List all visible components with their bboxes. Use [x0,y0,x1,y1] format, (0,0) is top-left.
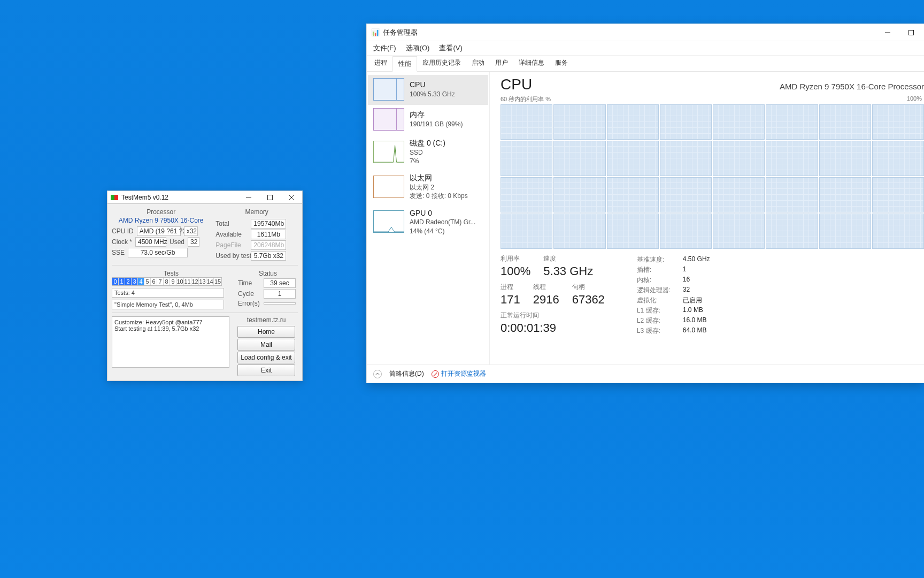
proc-value: 171 [500,293,520,307]
resource-monitor-link[interactable]: 打开资源监视器 [432,369,486,378]
tab-item[interactable]: 应用历史记录 [417,56,466,71]
sidebar-item-disk[interactable]: 磁盘 0 (C:) SSD 7% [368,135,488,170]
speed-value: 5.33 GHz [543,264,593,278]
cpu-core-cell [819,141,871,176]
spec-value: 4.50 GHz [683,255,710,264]
task-manager-titlebar[interactable]: 📊 任务管理器 [367,24,924,41]
task-manager-footer: 简略信息(D) 打开资源监视器 [367,364,924,383]
testmem5-body: Processor AMD Ryzen 9 7950X 16-Core CPU … [107,204,302,381]
cpu-name: AMD Ryzen 9 7950X 16-Core [112,217,210,224]
spec-row: 逻辑处理器:32 [637,286,710,295]
tests-line1: Tests: 4 [112,288,224,298]
errors-label: Error(s) [238,300,259,307]
tab-item[interactable]: 服务 [550,56,573,71]
errors-value [264,302,296,305]
cpuid-label: CPU ID [112,227,134,235]
minimize-button[interactable] [238,191,259,204]
cycle-label: Cycle [238,290,259,298]
maximize-button[interactable] [259,191,281,204]
homepage-url: testmem.tz.ru [235,316,298,324]
mem-avail-label: Available [215,231,248,238]
no-entry-icon [432,370,439,378]
load-config-button[interactable]: Load config & exit [237,352,295,363]
spec-key: 逻辑处理器: [637,286,673,295]
cpu-core-cell [607,177,659,212]
menu-item[interactable]: 选项(O) [406,43,430,53]
tab-item[interactable]: 用户 [490,56,513,71]
menu-item[interactable]: 查看(V) [439,43,462,53]
sidebar-gpu-sub1: AMD Radeon(TM) Gr... [410,218,475,226]
spec-value: 32 [683,286,690,295]
spec-row: L2 缓存:16.0 MB [637,316,710,325]
clock-label: Clock * [112,238,132,246]
tab-item[interactable]: 性能 [392,56,417,72]
mem-usedtest-label: Used by test [215,252,248,260]
cpu-thumb [373,78,404,101]
cpu-core-cell [766,214,818,249]
cpu-core-cell [500,214,552,249]
cpu-core-cell [819,214,871,249]
test-cell: 8 [164,278,170,285]
resmon-label: 打开资源监视器 [441,369,486,378]
cpu-core-cell [713,214,765,249]
tab-item[interactable]: 启动 [466,56,490,71]
spec-key: 基准速度: [637,255,673,264]
simple-view-link[interactable]: 简略信息(D) [389,369,424,378]
cpu-core-cell [819,104,871,140]
maximize-button[interactable] [899,24,923,41]
mem-avail-value: 1611Mb [251,230,286,239]
sidebar-item-gpu[interactable]: GPU 0 AMD Radeon(TM) Gr... 14% (44 °C) [368,205,488,240]
cpu-core-cell [660,104,712,140]
sse-value: 73.0 sec/Gb [128,248,188,257]
cpu-core-grid[interactable] [500,104,924,249]
minimize-button[interactable] [876,24,899,41]
test-cell: 4 [138,278,144,285]
tab-item[interactable]: 进程 [369,56,392,71]
cpu-core-cell [660,214,712,249]
cpu-core-cell [766,141,818,176]
menu-item[interactable]: 文件(F) [373,43,396,53]
mail-button[interactable]: Mail [237,339,295,351]
spec-value: 16.0 MB [683,316,707,325]
speed-label: 速度 [543,254,593,263]
task-manager-title: 任务管理器 [383,28,876,37]
sidebar-item-ethernet[interactable]: 以太网 以太网 2 发送: 0 接收: 0 Kbps [368,170,488,204]
testmem5-titlebar[interactable]: TestMem5 v0.12 [107,191,302,204]
sidebar-cpu-sub: 100% 5.33 GHz [410,90,455,98]
status-section-label: Status [238,270,298,277]
chevron-up-icon[interactable] [373,370,382,378]
tests-section-label: Tests [112,270,230,277]
exit-button[interactable]: Exit [237,364,295,376]
test-cell: 7 [157,278,164,285]
mem-usedtest-value: 5.7Gb x32 [251,251,286,261]
cpu-core-cell [713,177,765,212]
svg-rect-8 [374,109,404,130]
spec-key: L3 缓存: [637,326,673,336]
menu-bar: 文件(F)选项(O)查看(V) [367,41,924,56]
sidebar-item-cpu[interactable]: CPU 100% 5.33 GHz [368,75,488,105]
home-button[interactable]: Home [237,326,295,338]
sidebar-item-memory[interactable]: 内存 190/191 GB (99%) [368,105,488,135]
graph-right-label: 100% [907,95,922,103]
mem-pagefile-value: 206248Mb [251,240,286,250]
spec-value: 1.0 MB [683,306,703,315]
sse-label: SSE [112,249,125,256]
sidebar-disk-sub2: 7% [410,157,445,165]
test-cell: 11 [184,278,191,285]
cpu-core-cell [607,141,659,176]
close-button[interactable] [281,191,302,204]
cpu-core-cell [872,141,924,176]
used-label: Used [170,238,184,246]
mem-total-label: Total [215,220,248,227]
processor-section-label: Processor [112,208,210,216]
tab-item[interactable]: 详细信息 [513,56,550,71]
sidebar-gpu-name: GPU 0 [410,208,475,218]
sidebar-disk-name: 磁盘 0 (C:) [410,138,445,148]
cpu-core-cell [660,141,712,176]
test-cell: 0 [112,278,119,285]
cycle-value: 1 [264,289,296,299]
graph-left-label: 60 秒内的利用率 % [500,95,551,103]
spec-value: 64.0 MB [683,326,707,336]
time-value: 39 sec [264,278,296,288]
spec-key: L1 缓存: [637,306,673,315]
